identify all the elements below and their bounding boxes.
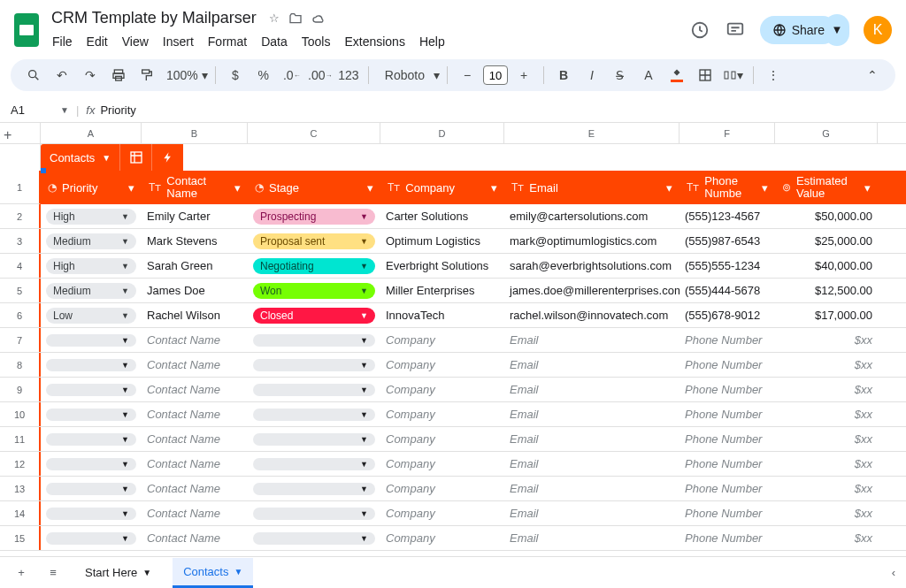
cell-value[interactable]: $12,500.00 [775,279,878,302]
more-button[interactable]: ⋮ [761,63,786,88]
cell-priority[interactable]: High▼ [41,204,142,228]
cell-email[interactable]: Email [504,452,680,476]
cell-email[interactable]: sarah@everbrightsolutions.com [504,254,680,278]
cell-ref-dropdown-icon[interactable]: ▼ [60,105,69,115]
cell-contact[interactable]: Contact Name [142,526,248,550]
menu-help[interactable]: Help [413,31,451,52]
column-header-value[interactable]: ⊚Estimated Value▾ [775,171,878,204]
stage-chip[interactable]: ▼ [253,532,375,545]
cell-company[interactable]: Company [380,427,504,451]
row-header[interactable]: 10 [0,402,41,426]
row-header[interactable]: 3 [0,229,41,253]
more-formats-button[interactable]: 123 [336,63,361,88]
cell-company[interactable]: Company [380,378,504,401]
cell-phone[interactable]: Phone Number [680,427,775,451]
cell-value[interactable]: $40,000.00 [775,254,878,278]
cell-company[interactable]: Company [380,477,504,500]
select-all-corner[interactable]: + [0,123,41,143]
cell-company[interactable]: Carter Solutions [380,204,504,228]
row-header[interactable]: 6 [0,303,41,327]
col-header-g[interactable]: G [775,123,878,143]
add-row-icon[interactable]: + [0,127,12,143]
cell-value[interactable]: $50,000.00 [775,204,878,228]
cell-email[interactable]: Email [504,501,680,525]
sheets-logo[interactable] [14,13,39,47]
cell-value[interactable]: $xx [775,526,878,550]
priority-chip[interactable]: High▼ [46,209,136,225]
priority-chip[interactable]: ▼ [46,458,136,470]
cell-priority[interactable]: ▼ [41,427,142,451]
font-dropdown[interactable]: Roboto ▾ [376,63,440,88]
cell-phone[interactable]: Phone Number [680,526,775,550]
increase-decimal-button[interactable]: .00→ [308,63,333,88]
column-header-company[interactable]: TᴛCompany▾ [380,171,504,204]
paint-format-icon[interactable] [134,63,159,88]
cell-contact[interactable]: Contact Name [142,501,248,525]
col-header-e[interactable]: E [504,123,680,143]
collapse-toolbar-icon[interactable]: ⌃ [860,63,885,88]
cell-stage[interactable]: Proposal sent▼ [248,229,380,253]
stage-chip[interactable]: ▼ [253,384,375,396]
chevron-down-icon[interactable]: ▾ [762,181,768,195]
column-header-email[interactable]: TᴛEmail▾ [504,171,680,204]
cell-value[interactable]: $xx [775,452,878,476]
menu-edit[interactable]: Edit [81,31,114,52]
menu-format[interactable]: Format [202,31,253,52]
chevron-down-icon[interactable]: ▾ [864,181,871,195]
document-title[interactable]: CRM Template by Mailparser [46,7,262,29]
priority-chip[interactable]: ▼ [46,384,136,396]
chevron-down-icon[interactable]: ▾ [234,181,241,195]
cell-company[interactable]: Optimum Logistics [380,229,504,253]
column-header-stage[interactable]: ◔Stage▾ [248,171,380,204]
comments-icon[interactable] [725,19,746,41]
priority-chip[interactable]: ▼ [46,433,136,446]
stage-chip[interactable]: ▼ [253,334,375,347]
cell-stage[interactable]: ▼ [248,501,380,525]
undo-button[interactable]: ↶ [50,63,74,88]
cell-email[interactable]: rachel.wilson@innovatech.com [504,303,680,327]
cell-phone[interactable]: (555)123-4567 [680,204,775,228]
stage-chip[interactable]: ▼ [253,483,375,495]
stage-chip[interactable]: Prospecting▼ [253,209,375,225]
stage-chip[interactable]: Won▼ [253,283,375,299]
search-icon[interactable] [21,63,46,88]
cell-value[interactable]: $17,000.00 [775,303,878,327]
increase-font-button[interactable]: + [511,63,536,88]
cell-value[interactable]: $xx [775,378,878,401]
cell-email[interactable]: james.doe@millerenterprises.com [504,279,680,302]
row-header[interactable]: 15 [0,526,41,550]
row-header[interactable]: 9 [0,378,41,401]
cell-email[interactable]: emily@cartersolutions.com [504,204,680,228]
cell-priority[interactable]: Low▼ [41,303,142,327]
cell-value[interactable]: $xx [775,328,878,352]
cell-phone[interactable]: Phone Number [680,452,775,476]
selection-handle[interactable] [41,168,46,173]
menu-tools[interactable]: Tools [296,31,337,52]
chevron-down-icon[interactable]: ▾ [491,181,497,195]
percent-button[interactable]: % [251,63,276,88]
cell-stage[interactable]: ▼ [248,378,380,401]
priority-chip[interactable]: ▼ [46,483,136,495]
cell-value[interactable]: $xx [775,427,878,451]
cell-priority[interactable]: ▼ [41,452,142,476]
stage-chip[interactable]: Closed▼ [253,308,375,324]
priority-chip[interactable]: ▼ [46,532,136,545]
cell-company[interactable]: Company [380,501,504,525]
cell-contact[interactable]: Mark Stevens [142,229,248,253]
table-tab-contacts[interactable]: Contacts▼ [41,144,119,171]
row-header[interactable]: 11 [0,427,41,451]
text-color-button[interactable]: A [636,63,661,88]
cell-value[interactable]: $25,000.00 [775,229,878,253]
formula-input[interactable]: Priority [100,103,135,117]
priority-chip[interactable]: ▼ [46,409,136,421]
cell-contact[interactable]: Rachel Wilson [142,303,248,327]
cell-company[interactable]: Company [380,526,504,550]
cell-stage[interactable]: Won▼ [248,279,380,302]
priority-chip[interactable]: ▼ [46,508,136,520]
fill-color-button[interactable] [664,63,689,88]
cell-company[interactable]: InnovaTech [380,303,504,327]
italic-button[interactable]: I [580,63,604,88]
bold-button[interactable]: B [551,63,576,88]
cell-stage[interactable]: ▼ [248,402,380,426]
cell-stage[interactable]: Closed▼ [248,303,380,327]
